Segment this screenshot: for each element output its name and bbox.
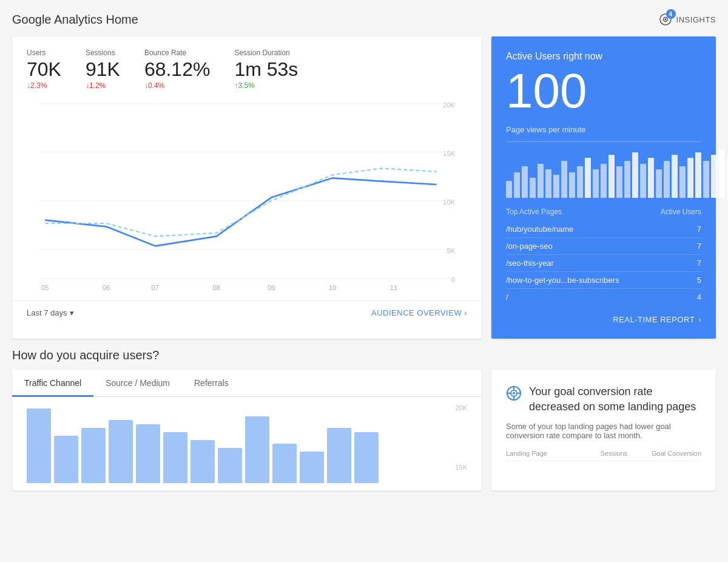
acquire-bar: [27, 408, 51, 484]
realtime-report-link[interactable]: REAL-TIME REPORT ›: [506, 315, 701, 324]
tab-item[interactable]: Referrals: [182, 370, 241, 396]
insight-title: Your goal conversion rate decreased on s…: [529, 384, 701, 415]
metric-value: 70K: [27, 59, 61, 79]
svg-text:06: 06: [103, 284, 110, 291]
svg-text:10K: 10K: [443, 198, 455, 206]
page-url: /hub/youtube/name: [506, 225, 573, 234]
mini-bar: [545, 169, 551, 198]
mini-bar: [538, 164, 544, 198]
mini-bar: [593, 169, 599, 198]
svg-text:20K: 20K: [443, 101, 455, 109]
acquire-title: How do you acquire users?: [12, 348, 716, 362]
top-page-row: /hub/youtube/name 7: [506, 221, 701, 238]
mini-bar: [648, 158, 654, 198]
metric-block: Sessions 91K ↓1.2%: [86, 49, 120, 90]
audience-link-label: AUDIENCE OVERVIEW: [371, 308, 462, 317]
page-url: /how-to-get-you...be-subscribers: [506, 276, 619, 285]
acquire-bar: [218, 448, 242, 484]
realtime-label: REAL-TIME REPORT: [613, 315, 695, 324]
metric-value: 91K: [86, 59, 120, 79]
top-pages-rows: /hub/youtube/name 7 /on-page-seo 7 /seo-…: [506, 221, 701, 305]
svg-point-2: [664, 19, 666, 21]
acquire-bar: [300, 452, 324, 483]
main-grid: Users 70K ↓2.3% Sessions 91K ↓1.2% Bounc…: [12, 36, 716, 339]
page-users: 7: [697, 242, 701, 251]
svg-text:5K: 5K: [447, 247, 455, 254]
mini-bar: [719, 149, 725, 198]
audience-overview-link[interactable]: AUDIENCE OVERVIEW ›: [371, 308, 467, 317]
acquire-bar: [354, 432, 379, 484]
metric-change: ↑3.5%: [234, 81, 298, 90]
main-chart: 20K 15K 10K 5K 0 05: [27, 97, 467, 291]
chevron-right-icon: ›: [698, 315, 701, 324]
svg-text:Dec: Dec: [39, 290, 51, 291]
page-users: 7: [697, 259, 701, 268]
insight-card: Your goal conversion rate decreased on s…: [491, 370, 716, 490]
page-title: Google Analytics Home: [12, 13, 138, 27]
metric-change: ↓0.4%: [144, 81, 211, 90]
top-pages-table: Top Active Pages Active Users /hub/youtu…: [506, 208, 701, 305]
mini-bar: [569, 172, 575, 198]
page-url: /: [506, 293, 508, 302]
svg-text:10: 10: [329, 284, 336, 291]
mini-bar: [679, 166, 686, 198]
mini-bar: [632, 152, 638, 198]
period-selector[interactable]: Last 7 days ▾: [27, 308, 74, 317]
mini-bar: [656, 169, 662, 198]
mini-bar: [522, 166, 528, 198]
y-label-15k: 15K: [455, 464, 467, 471]
acquire-card: Traffic ChannelSource / MediumReferrals …: [12, 370, 482, 490]
metric-change: ↓1.2%: [86, 81, 120, 90]
active-users-title: Active Users right now: [506, 51, 701, 62]
page-url: /seo-this-year: [506, 259, 554, 268]
tab-item[interactable]: Traffic Channel: [12, 370, 93, 396]
bottom-grid: Traffic ChannelSource / MediumReferrals …: [12, 370, 716, 490]
insight-desc: Some of your top landing pages had lower…: [506, 422, 701, 440]
chart-footer: Last 7 days ▾ AUDIENCE OVERVIEW ›: [12, 300, 482, 327]
tab-item[interactable]: Source / Medium: [93, 370, 182, 396]
acquire-bar: [327, 428, 351, 483]
chart-area: 20K 15K 10K 5K 0 05: [12, 97, 482, 300]
metric-value: 1m 53s: [234, 59, 298, 79]
mini-bar: [672, 155, 678, 198]
period-label: Last 7 days: [27, 308, 67, 317]
insight-icon: [506, 385, 522, 405]
mini-bar: [711, 155, 717, 198]
svg-text:0: 0: [451, 276, 455, 283]
top-pages-header: Top Active Pages Active Users: [506, 208, 701, 216]
metric-label: Bounce Rate: [144, 49, 211, 57]
acquire-bar: [109, 420, 133, 483]
top-pages-col1: Top Active Pages: [506, 208, 562, 216]
insights-button[interactable]: 4 INSIGHTS: [658, 12, 716, 27]
mini-bar: [703, 161, 709, 198]
page-header: Google Analytics Home 4 INSIGHTS: [12, 12, 716, 27]
svg-text:15K: 15K: [443, 150, 455, 157]
acquire-bar: [245, 416, 269, 484]
top-pages-col2: Active Users: [661, 208, 701, 216]
chevron-right-icon: ›: [464, 308, 467, 317]
mini-bar: [664, 161, 670, 198]
metric-change: ↓2.3%: [27, 81, 61, 90]
metric-label: Users: [27, 49, 61, 57]
top-page-row: / 4: [506, 289, 701, 305]
top-page-row: /seo-this-year 7: [506, 255, 701, 272]
svg-text:09: 09: [268, 284, 275, 291]
mini-bar: [530, 178, 536, 198]
mini-bar: [695, 152, 701, 198]
insights-icon-wrap: 4: [658, 12, 673, 27]
mini-bar: [553, 175, 559, 198]
metric-label: Sessions: [86, 49, 120, 57]
mini-bar: [506, 181, 512, 198]
mini-bar: [608, 155, 615, 198]
chevron-down-icon: ▾: [70, 308, 74, 317]
mini-bar: [601, 164, 607, 198]
acquire-section: How do you acquire users? Traffic Channe…: [12, 348, 716, 490]
mini-bar: [585, 158, 591, 198]
top-page-row: /how-to-get-you...be-subscribers 5: [506, 272, 701, 289]
mini-bar: [624, 161, 630, 198]
insight-col2: Sessions: [600, 450, 627, 457]
insight-col3: Goal Conversion: [652, 450, 701, 457]
active-users-count: 100: [506, 67, 701, 115]
pageviews-bar-chart: [506, 149, 701, 198]
y-label-20k: 20K: [455, 404, 467, 411]
